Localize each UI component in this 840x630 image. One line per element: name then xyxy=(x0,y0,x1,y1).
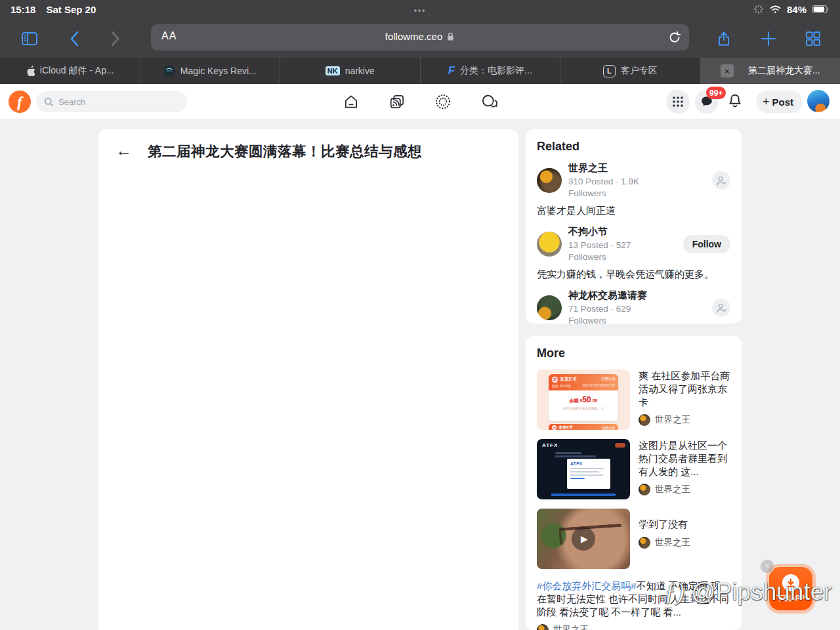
share-button[interactable] xyxy=(714,29,734,49)
post-text[interactable]: 爽 在社区参加平台商活动又得了两张京东卡 xyxy=(639,369,730,408)
following-icon[interactable] xyxy=(712,171,730,190)
home-icon[interactable] xyxy=(342,93,360,111)
post-button[interactable]: + Post xyxy=(756,91,803,113)
more-item: ATFX ATFX 这图片是从社区一个热门交易者群里看到有人发的 这... 世界 xyxy=(537,439,730,499)
following-icon[interactable] xyxy=(712,299,730,317)
user-bio: 凭实力赚的钱，早晚会凭运气赚的更多。 xyxy=(537,268,730,281)
narkive-favicon: NK xyxy=(326,66,340,75)
more-item: JD 京东E卡 消费记录 面值: 50.00元 2022.07.05-2025.… xyxy=(537,369,730,430)
apps-grid-icon[interactable] xyxy=(666,90,690,114)
post-text[interactable]: #你会放弃外汇交易吗#不知道 不确定啊 现在暂时无法定性 也许不同时间 人生到达… xyxy=(537,579,730,618)
user-avatar[interactable] xyxy=(807,90,830,112)
reload-button[interactable] xyxy=(667,30,682,45)
related-item: 神龙杯交易邀请赛 71 Posted · 629 Followers xyxy=(537,289,730,326)
jd-ecard: JD 京东E卡 消费记录 面值: 50.00元 2022.07.05-2025.… xyxy=(549,374,618,421)
feed-icon[interactable] xyxy=(388,93,406,111)
post-text[interactable]: 这图片是从社区一个热门交易者群里看到有人发的 这... xyxy=(639,439,730,478)
l-favicon: L xyxy=(603,65,616,77)
post-thumbnail-jd-card[interactable]: JD 京东E卡 消费记录 面值: 50.00元 2022.07.05-2025.… xyxy=(537,369,630,430)
jd-logo: JD xyxy=(552,377,558,383)
article-title: 第二届神龙大赛圆满落幕！比赛总结与感想 xyxy=(148,142,422,161)
post-thumbnail-video[interactable]: ▶ xyxy=(537,509,630,569)
download-app-label: 下载APP xyxy=(777,594,805,603)
tab-label: 第二届神龙大赛... xyxy=(748,65,820,77)
post-author[interactable]: 世界之王 xyxy=(639,537,730,549)
user-meta: 310 Posted · 1.9K Followers xyxy=(568,176,667,199)
more-heading: More xyxy=(537,346,730,360)
chat-icon[interactable] xyxy=(480,93,498,111)
hashtag-link[interactable]: #你会放弃外汇交易吗# xyxy=(537,580,637,591)
tab-icloud-mail[interactable]: iCloud 邮件 - Ap... xyxy=(0,58,140,84)
back-button[interactable] xyxy=(64,29,84,49)
author-avatar xyxy=(639,484,650,495)
avatar[interactable] xyxy=(537,232,562,257)
author-name: 世界之王 xyxy=(655,414,690,426)
jd-balance: 余额 ¥50.00 xyxy=(549,395,618,404)
battery-percent: 84% xyxy=(787,4,807,15)
author-name: 世界之王 xyxy=(655,484,690,495)
bell-icon[interactable] xyxy=(726,92,744,110)
notification-badge: 99+ xyxy=(706,87,726,99)
jd-face-value: 面值: 50.00元 xyxy=(552,384,571,388)
community-icon[interactable] xyxy=(434,93,452,111)
close-tab-button[interactable]: × xyxy=(721,64,734,77)
avatar[interactable] xyxy=(537,168,562,193)
address-bar[interactable]: AA followme.ceo xyxy=(151,24,689,51)
more-card: More JD 京东E卡 消费记录 面值: 50.00元 2022.07.05-… xyxy=(526,336,742,630)
user-name[interactable]: 神龙杯交易邀请赛 xyxy=(568,289,705,302)
close-fab-button[interactable]: × xyxy=(760,559,774,574)
post-author[interactable]: 世界之王 xyxy=(537,624,730,630)
sidebar-toggle-button[interactable] xyxy=(20,29,39,49)
more-item: #你会放弃外汇交易吗#不知道 不确定啊 现在暂时无法定性 也许不同时间 人生到达… xyxy=(537,579,730,630)
plus-icon: + xyxy=(763,96,770,108)
post-author[interactable]: 世界之王 xyxy=(639,414,730,426)
jd-note: 仅可以购买京东自营商品... ① xyxy=(549,406,618,410)
tab-active-shenlong[interactable]: × 第二届神龙大赛... xyxy=(701,58,840,84)
user-name[interactable]: 不拘小节 xyxy=(568,226,677,238)
search-icon xyxy=(44,97,54,107)
new-tab-button[interactable] xyxy=(759,29,778,49)
followme-logo[interactable]: f xyxy=(9,91,31,113)
browser-toolbar: AA followme.ceo xyxy=(0,18,840,58)
atfx-modal-title: ATFX xyxy=(570,461,607,466)
post-author[interactable]: 世界之王 xyxy=(639,484,730,495)
user-name[interactable]: 世界之王 xyxy=(568,162,705,175)
avatar[interactable] xyxy=(537,295,562,320)
jd-record: 消费记录 xyxy=(601,377,616,381)
download-app-button[interactable]: 下载APP xyxy=(769,567,812,610)
forward-button[interactable] xyxy=(105,29,125,49)
status-date: Sat Sep 20 xyxy=(46,4,96,15)
multitask-indicator-icon: ••• xyxy=(414,6,427,15)
download-icon xyxy=(782,574,799,591)
more-item: ▶ 学到了没有 世界之王 xyxy=(537,509,730,569)
post-thumbnail-atfx[interactable]: ATFX ATFX xyxy=(537,439,630,499)
tab-label: iCloud 邮件 - Ap... xyxy=(40,65,114,77)
search-input[interactable] xyxy=(58,97,170,107)
tab-narkive[interactable]: NK narkive xyxy=(280,58,421,84)
tab-label: 客户专区 xyxy=(621,65,658,77)
author-name: 世界之王 xyxy=(655,537,690,549)
tab-customer-zone[interactable]: L 客户专区 xyxy=(560,58,701,84)
post-text[interactable]: 学到了没有 xyxy=(639,518,730,531)
follow-button[interactable]: Follow xyxy=(683,235,730,253)
status-time: 15:18 xyxy=(10,4,35,15)
tab-movie-reviews[interactable]: F 分类：电影影评... xyxy=(421,58,561,84)
apple-icon xyxy=(26,66,35,76)
related-item: 世界之王 310 Posted · 1.9K Followers xyxy=(537,162,730,199)
search-bar[interactable] xyxy=(36,91,187,112)
author-avatar xyxy=(639,414,650,426)
wifi-icon xyxy=(769,4,782,14)
atfx-button xyxy=(615,443,625,448)
tabs-overview-button[interactable] xyxy=(803,29,823,49)
atfx-brand: ATFX xyxy=(542,442,558,448)
jd-date-range: 2022.07.05-2025.07.05 xyxy=(582,384,615,388)
back-arrow-icon[interactable]: ← xyxy=(116,142,132,159)
activity-spinner-icon xyxy=(753,4,764,14)
article-card: ← 第二届神龙大赛圆满落幕！比赛总结与感想 xyxy=(98,129,518,630)
site-header: f xyxy=(0,84,840,119)
author-avatar xyxy=(537,624,549,630)
play-icon[interactable]: ▶ xyxy=(572,527,595,551)
jd-title: 京东E卡 xyxy=(560,376,577,383)
tab-magic-keys[interactable]: Magic Keys Revi... xyxy=(140,58,281,84)
author-avatar xyxy=(639,537,650,549)
